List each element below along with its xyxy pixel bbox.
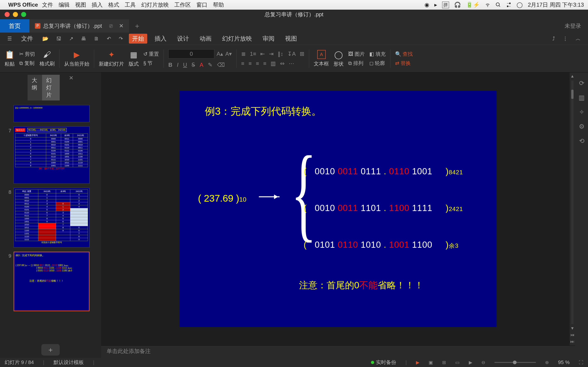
image-button[interactable]: 🖼 图片 bbox=[348, 51, 365, 58]
wifi-icon[interactable] bbox=[485, 2, 490, 8]
columns-icon[interactable]: ▥ bbox=[271, 60, 276, 67]
line-spacing-icon[interactable]: ‖↕ bbox=[278, 51, 283, 57]
copy-button[interactable]: ⧉ 复制 bbox=[19, 60, 35, 67]
presenter-icon[interactable]: ⎚ bbox=[109, 23, 112, 29]
layout-button[interactable]: ▦ 版式 bbox=[129, 50, 139, 67]
textbox-button[interactable]: A 文本框 bbox=[314, 50, 329, 67]
save-icon[interactable]: 🖫 bbox=[54, 36, 63, 42]
scroll-down-icon[interactable]: ▼ bbox=[570, 326, 574, 331]
outline-tab[interactable]: 大纲 bbox=[27, 75, 42, 100]
align-left-icon[interactable]: ≡ bbox=[241, 60, 244, 67]
cut-button[interactable]: ✂ 剪切 bbox=[19, 51, 35, 58]
menu-insert[interactable]: 插入 bbox=[92, 1, 103, 8]
thumbnail-6[interactable]: [x]₂=10000000, x= -10000000 bbox=[14, 105, 90, 122]
indent-inc-icon[interactable]: ⇥ bbox=[269, 51, 274, 57]
redo-icon[interactable]: ↷ bbox=[117, 36, 125, 42]
rail-settings-icon[interactable]: ⚙ bbox=[579, 123, 585, 130]
slideshow-view-icon[interactable]: ▶ bbox=[469, 360, 472, 365]
add-slide-button[interactable]: ＋ bbox=[41, 344, 60, 356]
minimize-window-button[interactable] bbox=[13, 12, 18, 17]
share-icon[interactable]: ⤴ bbox=[551, 36, 557, 42]
next-slide-icon[interactable]: ⏭ bbox=[570, 339, 574, 344]
menu-tools[interactable]: 工具 bbox=[125, 1, 136, 8]
zoom-window-button[interactable] bbox=[21, 12, 26, 17]
fill-button[interactable]: ◧ 填充 bbox=[369, 51, 386, 58]
search-icon[interactable] bbox=[495, 2, 501, 8]
login-status[interactable]: 未登录 bbox=[558, 19, 588, 33]
thumbnail-9[interactable]: 例3：完成下列代码转换。 ( 237.69 )₁₀ → { ( 0010 001… bbox=[14, 252, 90, 311]
undo-icon[interactable]: ↶ bbox=[105, 36, 113, 42]
font-size-input[interactable]: 0 bbox=[168, 49, 214, 58]
open-icon[interactable]: 📂 bbox=[40, 36, 50, 42]
text-direction-icon[interactable]: ↧A bbox=[287, 51, 296, 57]
ribbon-insert[interactable]: 插入 bbox=[151, 34, 170, 44]
underline-icon[interactable]: U bbox=[183, 62, 187, 68]
normal-view-icon[interactable]: ▣ bbox=[429, 360, 433, 365]
arrange-button[interactable]: ⧉ 排列 bbox=[348, 60, 365, 67]
new-tab-button[interactable]: ＋ bbox=[129, 19, 145, 33]
increase-font-icon[interactable]: A▴ bbox=[216, 51, 223, 57]
ribbon-view[interactable]: 视图 bbox=[282, 34, 300, 44]
align-right-icon[interactable]: ≡ bbox=[256, 60, 259, 67]
more-icon[interactable]: ⋮ bbox=[561, 36, 570, 42]
menu-help[interactable]: 帮助 bbox=[213, 1, 224, 8]
ribbon-start[interactable]: 开始 bbox=[129, 34, 147, 44]
menu-slideshow[interactable]: 幻灯片放映 bbox=[141, 1, 169, 8]
app-name[interactable]: WPS Office bbox=[8, 2, 38, 8]
numbering-icon[interactable]: 1≡ bbox=[250, 51, 256, 57]
notes-panel[interactable]: 单击此处添加备注 bbox=[101, 345, 575, 358]
play-button[interactable]: ▶ bbox=[416, 360, 419, 365]
reading-view-icon[interactable]: ▭ bbox=[455, 360, 460, 365]
export-icon[interactable]: ↗ bbox=[67, 36, 75, 42]
zoom-slider[interactable] bbox=[494, 362, 536, 363]
new-slide-button[interactable]: ✦ 新建幻灯片 bbox=[99, 50, 124, 67]
print-icon[interactable]: 🖶 bbox=[79, 36, 88, 42]
indent-dec-icon[interactable]: ⇤ bbox=[260, 51, 265, 57]
slide-content[interactable]: 例3：完成下列代码转换。 ( 237.69 )10 ( 0010 0011 01… bbox=[180, 91, 497, 327]
more-para-icon[interactable]: ⋯ bbox=[289, 60, 294, 67]
bullets-icon[interactable]: ≣ bbox=[241, 51, 246, 57]
prev-slide-icon[interactable]: ⏮ bbox=[570, 333, 574, 337]
menu-file[interactable]: 文件 bbox=[42, 1, 53, 8]
shape-button[interactable]: ◯ 形状 bbox=[334, 50, 344, 67]
align-center-icon[interactable]: ≡ bbox=[249, 60, 252, 67]
menu-window[interactable]: 窗口 bbox=[196, 1, 208, 8]
zoom-level[interactable]: 95 % bbox=[558, 359, 570, 365]
ime-indicator[interactable]: 拼 bbox=[442, 2, 449, 8]
status-globe-icon[interactable]: ◉ bbox=[424, 2, 429, 8]
status-play-icon[interactable]: ▸ bbox=[434, 2, 437, 8]
rail-star-icon[interactable]: ✧ bbox=[579, 108, 584, 116]
menu-view[interactable]: 视图 bbox=[75, 1, 86, 8]
headphones-icon[interactable]: 🎧 bbox=[454, 2, 461, 8]
thumbnail-7[interactable]: 知识点3 BCD码——8421码、余3码、2421码 十进制数字符号8421码余… bbox=[14, 126, 90, 184]
fit-window-icon[interactable]: ⛶ bbox=[579, 360, 583, 365]
strike-icon[interactable]: S̶ bbox=[191, 62, 195, 68]
zoom-in-icon[interactable]: ⊕ bbox=[545, 360, 549, 365]
file-tab[interactable]: P 总复习串讲（修订）.ppt ⎚ ✕ bbox=[29, 19, 129, 33]
menu-edit[interactable]: 编辑 bbox=[59, 1, 69, 8]
outline-button[interactable]: ◻ 轮廓 bbox=[369, 60, 386, 67]
align-text-icon[interactable]: ⊞ bbox=[300, 51, 304, 57]
play-from-current-button[interactable]: ▶ 从当前开始 bbox=[64, 50, 89, 67]
clear-format-icon[interactable]: ⌫ bbox=[217, 62, 225, 68]
ribbon-slideshow[interactable]: 幻灯片放映 bbox=[219, 34, 255, 44]
find-button[interactable]: 🔍 查找 bbox=[395, 51, 413, 58]
close-window-button[interactable] bbox=[5, 12, 10, 17]
paste-group[interactable]: 📋 粘贴 bbox=[5, 50, 15, 67]
siri-icon[interactable]: ◯ bbox=[517, 2, 523, 8]
reset-button[interactable]: ↺ 重置 bbox=[143, 51, 159, 58]
scroll-up-icon[interactable]: ▲ bbox=[570, 74, 574, 79]
thumbnail-list[interactable]: [x]₂=10000000, x= -10000000 7 知识点3 BCD码—… bbox=[0, 103, 101, 342]
print-preview-icon[interactable]: 🗎 bbox=[92, 36, 101, 42]
highlight-icon[interactable]: ✎ bbox=[208, 62, 212, 68]
font-color-icon[interactable]: A bbox=[199, 62, 203, 68]
ribbon-file[interactable]: 文件 bbox=[18, 34, 36, 44]
ribbon-design[interactable]: 设计 bbox=[174, 34, 192, 44]
close-tab-icon[interactable]: ✕ bbox=[119, 23, 124, 29]
sorter-view-icon[interactable]: ⊞ bbox=[442, 360, 446, 365]
close-panel-icon[interactable]: ✕ bbox=[69, 75, 73, 100]
slides-tab[interactable]: 幻灯片 bbox=[42, 75, 60, 100]
thumbnail-8[interactable]: 码位 读重8421码余3码2421码 000000000111 00102200… bbox=[14, 188, 90, 248]
clock[interactable]: 2月17日 周四 下午3:13 bbox=[528, 1, 584, 8]
vertical-scrollbar[interactable]: ▲ ▼ ⏮ ⏭ bbox=[570, 73, 575, 345]
